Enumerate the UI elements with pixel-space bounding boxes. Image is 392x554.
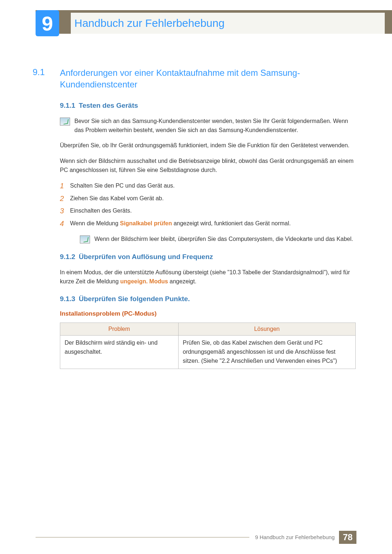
numbered-steps: 1 Schalten Sie den PC und das Gerät aus.… [60,181,356,228]
paragraph: In einem Modus, der die unterstützte Auf… [60,268,356,286]
table-cell: Prüfen Sie, ob das Kabel zwischen dem Ge… [178,336,355,369]
step-text: Wenn die Meldung Signalkabel prüfen ange… [70,219,291,228]
subsection-913: 9.1.3Überprüfen Sie folgenden Punkte. [60,295,356,303]
section-title: Anforderungen vor einer Kontaktaufnahme … [60,67,356,91]
footer-chapter-label: 9 Handbuch zur Fehlerbehebung [249,531,339,544]
table-header: Lösungen [178,323,355,336]
table-header-row: Problem Lösungen [60,323,356,336]
nested-note-block: Wenn der Bildschirm leer bleibt, überprü… [80,235,356,244]
subsection-number: 9.1.2 [60,253,79,261]
paragraph: Überprüfen Sie, ob Ihr Gerät ordnungsgem… [60,141,356,150]
note-text: Bevor Sie sich an das Samsung-Kundendien… [74,117,356,135]
subsection-912: 9.1.2Überprüfen von Auflösung und Freque… [60,253,356,261]
highlight: Signalkabel prüfen [120,220,172,226]
subsection-title: Überprüfen von Auflösung und Frequenz [79,253,213,260]
step-number: 1 [60,181,70,190]
paragraph: Wenn sich der Bildschirm ausschaltet und… [60,157,356,175]
page-content: 9.1 Anforderungen vor einer Kontaktaufna… [33,67,356,369]
chapter-number-badge: 9 [36,10,59,36]
page-footer: 9 Handbuch zur Fehlerbehebung 78 [36,531,356,544]
subsection-number: 9.1.1 [60,102,79,110]
page-number: 78 [339,531,356,544]
step-item: 1 Schalten Sie den PC und das Gerät aus. [60,181,356,190]
section-number: 9.1 [33,67,60,91]
note-block: Bevor Sie sich an das Samsung-Kundendien… [60,117,356,135]
step-text: Schalten Sie den PC und das Gerät aus. [70,181,175,190]
table-header: Problem [60,323,179,336]
subheading: Installationsproblem (PC-Modus) [60,310,356,317]
subsection-title: Testen des Geräts [79,102,138,109]
troubleshooting-table: Problem Lösungen Der Bildschirm wird stä… [60,323,356,369]
note-icon [80,235,90,243]
subsection-title: Überprüfen Sie folgenden Punkte. [79,295,190,303]
table-row: Der Bildschirm wird ständig ein- und aus… [60,336,356,369]
footer-rule [36,537,249,544]
highlight: ungeeign. Modus [120,278,168,284]
step-number: 2 [60,194,70,203]
note-text: Wenn der Bildschirm leer bleibt, überprü… [94,235,353,244]
step-text: Ziehen Sie das Kabel vom Gerät ab. [70,194,164,203]
step-item: 4 Wenn die Meldung Signalkabel prüfen an… [60,219,356,228]
step-number: 3 [60,206,70,215]
table-cell: Der Bildschirm wird ständig ein- und aus… [60,336,179,369]
note-icon [60,118,70,126]
step-item: 3 Einschalten des Geräts. [60,206,356,216]
section-heading: 9.1 Anforderungen vor einer Kontaktaufna… [33,67,356,91]
step-text: Einschalten des Geräts. [70,206,132,216]
step-number: 4 [60,219,70,228]
chapter-title: Handbuch zur Fehlerbehebung [71,13,385,34]
step-item: 2 Ziehen Sie das Kabel vom Gerät ab. [60,194,356,203]
subsection-911: 9.1.1Testen des Geräts [60,102,356,110]
subsection-number: 9.1.3 [60,295,79,303]
